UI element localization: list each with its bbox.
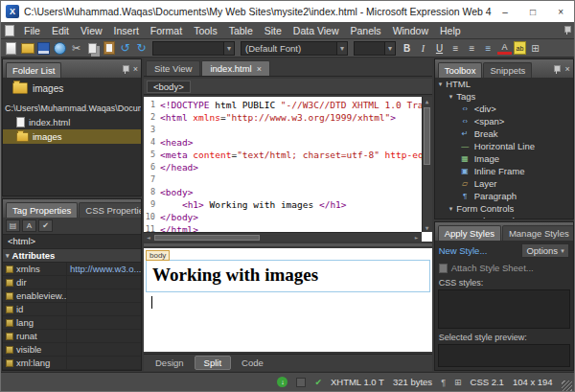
preview-browser-icon[interactable] xyxy=(53,41,67,55)
menu-table[interactable]: Table xyxy=(223,24,259,37)
toolbox-item-span[interactable]: ‹›<span> xyxy=(435,115,573,127)
menu-insert[interactable]: Insert xyxy=(108,24,145,37)
save-icon[interactable] xyxy=(36,41,51,55)
folder-list-tab[interactable]: Folder List xyxy=(6,62,61,78)
code-line[interactable]: 1<!DOCTYPE html PUBLIC "-//W3C//DTD XHTM… xyxy=(144,99,432,111)
site-log-icon[interactable] xyxy=(296,378,306,387)
new-style-link[interactable]: New Style... xyxy=(439,245,488,256)
property-row[interactable]: runat xyxy=(3,330,141,343)
scroll-right-icon[interactable]: ► xyxy=(412,234,422,241)
align-left-icon[interactable] xyxy=(448,41,463,55)
font-color-icon[interactable] xyxy=(497,42,512,55)
font-size-dropdown[interactable]: ▾ xyxy=(354,41,396,56)
categorized-view-icon[interactable]: ▤ xyxy=(6,219,20,232)
toolbox-item-tags[interactable]: ▾Tags xyxy=(435,90,573,103)
formatting-marks-icon[interactable]: ¶ xyxy=(441,378,446,387)
minimize-button[interactable]: – xyxy=(492,1,519,22)
split-view-divider[interactable] xyxy=(144,243,432,246)
code-line[interactable]: 5<meta content="text/html; charset=utf-8… xyxy=(144,149,432,161)
scrollbar-thumb[interactable] xyxy=(154,235,260,241)
design-heading[interactable]: Working with images xyxy=(147,261,429,291)
toolbox-item-horizontal-line[interactable]: —Horizontal Line xyxy=(435,140,573,152)
publish-status-icon[interactable]: ↓ xyxy=(277,377,288,387)
tab-toolbox[interactable]: Toolbox xyxy=(438,62,483,78)
view-tab-code[interactable]: Code xyxy=(232,356,273,370)
menu-view[interactable]: View xyxy=(75,24,108,37)
code-vertical-scrollbar[interactable]: ▲▼ xyxy=(422,97,432,232)
pin-icon[interactable] xyxy=(563,25,571,35)
view-tab-design[interactable]: Design xyxy=(146,356,194,370)
scroll-down-icon[interactable]: ▼ xyxy=(426,223,429,232)
bold-icon[interactable] xyxy=(400,41,414,55)
redo-icon[interactable] xyxy=(134,41,149,55)
design-view[interactable]: body Working with images xyxy=(144,248,432,352)
maximize-button[interactable]: □ xyxy=(519,1,547,22)
cut-icon[interactable] xyxy=(69,41,83,55)
property-row[interactable]: dir xyxy=(3,276,141,289)
attach-style-sheet-link[interactable]: Attach Style Sheet... xyxy=(435,261,573,275)
toolbox-item-html[interactable]: ▾HTML xyxy=(435,78,573,90)
highlight-icon[interactable] xyxy=(514,41,526,55)
code-line[interactable]: 4<head> xyxy=(144,136,432,149)
property-row[interactable]: xml:lang xyxy=(3,357,141,370)
code-line[interactable]: 9 <h1> Working with images </h1> xyxy=(144,198,432,211)
code-line[interactable]: 2<html xmlns="http://www.w3.org/1999/xht… xyxy=(144,111,432,124)
property-row[interactable]: enableview... xyxy=(3,289,141,303)
collapse-icon[interactable]: ▾ xyxy=(449,93,453,101)
site-root-item[interactable]: C:\Users\Muhammad.Waqas\Documents\M xyxy=(3,102,141,115)
tab-manage-styles[interactable]: Manage Styles xyxy=(502,225,574,241)
undo-icon[interactable] xyxy=(118,41,132,55)
scroll-up-icon[interactable]: ▲ xyxy=(426,97,429,105)
tab-snippets[interactable]: Snippets xyxy=(483,62,532,78)
menu-window[interactable]: Window xyxy=(387,24,434,37)
toolbox-item-div[interactable]: ‹›<div> xyxy=(435,103,573,115)
collapse-icon[interactable]: ▾ xyxy=(449,205,453,213)
attributes-section-header[interactable]: ▾Attributes xyxy=(3,249,141,263)
italic-icon[interactable] xyxy=(416,41,430,55)
menu-edit[interactable]: Edit xyxy=(46,24,75,37)
code-line[interactable]: 10</body> xyxy=(144,211,432,223)
pin-icon[interactable] xyxy=(121,64,129,75)
open-folder-icon[interactable] xyxy=(20,41,34,55)
show-set-properties-icon[interactable]: ✔ xyxy=(38,219,53,232)
property-row[interactable]: visible xyxy=(3,343,141,357)
alphabetical-sort-icon[interactable]: A xyxy=(22,219,36,232)
collapse-icon[interactable]: ▾ xyxy=(6,252,10,260)
body-tag-visual-aid[interactable]: body xyxy=(146,250,170,261)
tab-tag-properties[interactable]: Tag Properties xyxy=(6,202,78,218)
toolbox-item-inline-frame[interactable]: ▣Inline Frame xyxy=(435,165,573,177)
code-line[interactable]: 3 xyxy=(144,124,432,136)
breadcrumb-body-tag[interactable]: <body> xyxy=(147,81,191,93)
underline-icon[interactable] xyxy=(432,41,447,55)
collapse-icon[interactable]: ▾ xyxy=(439,81,443,88)
scroll-left-icon[interactable]: ◄ xyxy=(144,234,153,241)
borders-icon[interactable] xyxy=(528,41,542,55)
menu-file[interactable]: File xyxy=(18,24,46,37)
folder-list-item-index.html[interactable]: index.html xyxy=(3,115,141,129)
view-tab-split[interactable]: Split xyxy=(195,356,231,370)
align-center-icon[interactable] xyxy=(465,41,479,55)
tab-index-html[interactable]: index.html× xyxy=(201,60,270,76)
chevron-down-icon[interactable]: ▾ xyxy=(223,42,234,55)
copy-icon[interactable] xyxy=(85,41,100,55)
style-dropdown[interactable]: ▾ xyxy=(152,41,235,56)
bullets-icon[interactable] xyxy=(481,41,495,55)
menu-panels[interactable]: Panels xyxy=(345,24,387,37)
menu-help[interactable]: Help xyxy=(434,24,467,37)
folder-list-item-images[interactable]: images xyxy=(3,129,141,144)
close-icon[interactable]: × xyxy=(564,65,569,74)
menu-data-view[interactable]: Data View xyxy=(288,24,345,37)
h1-block-outline[interactable]: Working with images xyxy=(146,260,430,292)
property-row[interactable]: xmlnshttp://www.w3.o... xyxy=(3,263,141,276)
tab-site-view[interactable]: Site View xyxy=(146,60,200,76)
property-row[interactable]: id xyxy=(3,303,141,316)
toolbox-item-layer[interactable]: ▱Layer xyxy=(435,177,573,190)
toolbox-item-image[interactable]: ▦Image xyxy=(435,152,573,165)
resize-grip[interactable] xyxy=(562,380,572,391)
code-line[interactable]: 6</head> xyxy=(144,161,432,173)
code-lines[interactable]: 1<!DOCTYPE html PUBLIC "-//W3C//DTD XHTM… xyxy=(144,97,432,236)
css-styles-list[interactable] xyxy=(438,289,570,329)
close-icon[interactable]: × xyxy=(133,65,138,74)
images-folder-item[interactable]: images xyxy=(3,78,141,98)
menu-site[interactable]: Site xyxy=(259,24,288,37)
